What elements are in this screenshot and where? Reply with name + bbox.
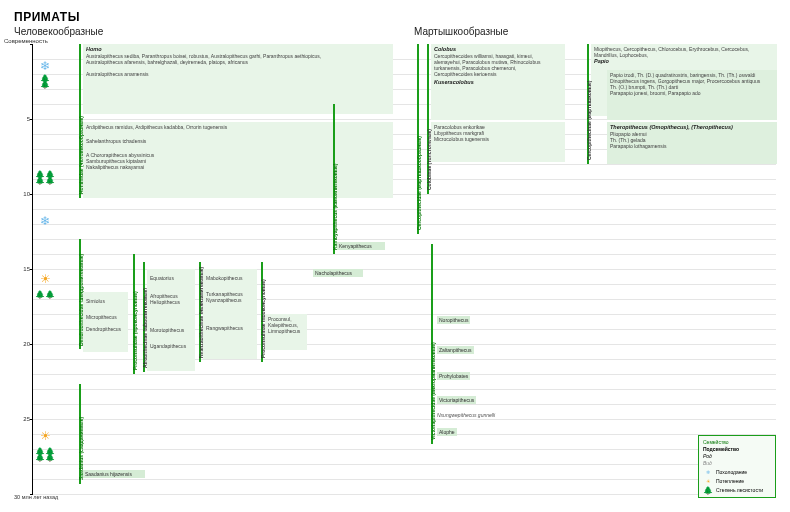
taxon-text: Simiolus bbox=[86, 298, 125, 304]
afropith-block: Equatorius Afropithecus Heliopithecus Mo… bbox=[147, 269, 195, 371]
sun-icon: ☀ bbox=[35, 429, 55, 443]
taxon-text: Morotopithecus bbox=[150, 327, 192, 333]
proconsul-vlabel: Proconsulidae (проконсуловые) bbox=[132, 291, 138, 370]
taxon-text: Australopithecus anamensis bbox=[86, 71, 390, 77]
kenya-block: Kenyapithecus bbox=[337, 242, 385, 250]
taxon-text: Limnopithecus bbox=[268, 328, 304, 334]
noropith-block: Noropithecus bbox=[437, 316, 470, 324]
taxon-text: Equatorius bbox=[150, 275, 192, 281]
taxon-text: Mabokopithecus bbox=[206, 275, 254, 281]
zaltan-block: Zaltanpithecus bbox=[437, 346, 474, 354]
proconsulinae-block: Proconsul, Kalepithecus, Limnopithecus bbox=[265, 314, 307, 350]
snowflake-icon: ❄ bbox=[703, 469, 713, 476]
yaxis-tick-20: 20 bbox=[4, 341, 30, 347]
taxon-text: Miopithecus, Cercopithecus, Chlorocebus,… bbox=[594, 46, 774, 58]
tree-icon: 🌲🌲🌲🌲 bbox=[35, 449, 55, 461]
taxon-text: Dendropithecus bbox=[86, 326, 125, 332]
yaxis-tick-15: 15 bbox=[4, 266, 30, 272]
snowflake-icon: ❄ bbox=[35, 214, 55, 228]
taxon-text: Sahelanthropus tchadensis bbox=[86, 138, 390, 144]
cercopithecinae-vlabel: Cercopithecinae (мартышковые) bbox=[586, 80, 592, 160]
legend-species: Вид bbox=[703, 460, 771, 467]
taxon-text: Parapapio jonesi, broomi, Parapapio ado bbox=[610, 90, 774, 96]
cercopith-vlabel: Cercopithecidae (мартышкообразные) bbox=[416, 136, 422, 230]
tree-icon: 🌲 bbox=[703, 488, 713, 494]
subtitle-left: Человекообразные bbox=[14, 26, 414, 37]
colobinae-vlabel: Colobinae (толстотелые) bbox=[426, 129, 432, 190]
subtitle-right: Мартышкообразные bbox=[414, 26, 508, 37]
taxon-text: Ardipithecus ramidus, Ardipithecus kadab… bbox=[86, 124, 390, 130]
yaxis-label-bottom: 30 млн лет назад bbox=[14, 494, 58, 500]
yaxis-tick-10: 10 bbox=[4, 191, 30, 197]
yaxis-label-top: Современность bbox=[4, 38, 64, 44]
taxon-text: Nakalipithecus nakayamai bbox=[86, 164, 390, 170]
snowflake-icon: ❄ bbox=[35, 59, 55, 73]
taxon-text: Parapapio lothagamensis bbox=[610, 143, 774, 149]
legend-warming: Потепление bbox=[716, 478, 744, 485]
legend-cooling: Похолодание bbox=[716, 469, 747, 476]
legend-box: Семейство Подсемейство Род Вид ❄Похолода… bbox=[698, 435, 776, 498]
colobus-label: Colobus bbox=[434, 46, 562, 53]
climate-column: ❄ 🌲🌲 🌲🌲🌲🌲 ❄ ☀ 🌲🌲 ☀ 🌲🌲🌲🌲 bbox=[35, 44, 55, 494]
yaxis-tick-5: 5 bbox=[4, 116, 30, 122]
legend-subfamily: Подсемейство bbox=[703, 446, 771, 453]
page-title: ПРИМАТЫ bbox=[14, 10, 776, 24]
hominidae-block: Homo Australopithecus sediba, Paranthrop… bbox=[83, 44, 393, 114]
legend-family: Семейство bbox=[703, 439, 771, 446]
taxon-text: Nyanzapithecus bbox=[206, 297, 254, 303]
homo-label: Homo bbox=[86, 46, 390, 53]
papio-label: Papio bbox=[594, 58, 774, 65]
legend-forest: Степень лесистости bbox=[716, 487, 763, 494]
kamoya-vlabel: Kamoyapithecus (камояпитековые) bbox=[332, 164, 338, 251]
dendro-block: Simiolus Micropithecus Dendropithecus bbox=[83, 292, 128, 352]
nachola-block: Nacholapithecus bbox=[313, 269, 363, 277]
saadanius-block: Saadanius hijazensis bbox=[83, 470, 145, 478]
victoria-block: Victoriapithecus bbox=[437, 396, 476, 404]
sun-icon: ☀ bbox=[703, 478, 713, 485]
tree-icon: 🌲🌲 bbox=[35, 76, 55, 88]
thero-label: Theropithecus (Omopithecus), (Theropithe… bbox=[610, 124, 774, 131]
taxon-text: Cercopithecoides kerioensis bbox=[434, 71, 562, 77]
thero-block: Papio izodi, Th. (D.) quadratirostris, b… bbox=[607, 70, 777, 120]
prohylo-block: Prohylobates bbox=[437, 372, 470, 380]
victoria-vlabel: Victoriapithecidae (викториапитековые) bbox=[430, 342, 436, 440]
kusera-label: Kuseracolobus bbox=[434, 79, 562, 86]
colobus-block: Colobus Cercopithecoides williamsi, haas… bbox=[431, 44, 565, 120]
timeline-chart: ❄ 🌲🌲 🌲🌲🌲🌲 ❄ ☀ 🌲🌲 ☀ 🌲🌲🌲🌲 Homo Australopit… bbox=[32, 44, 776, 494]
taxon-text: Ugandapithecus bbox=[150, 343, 192, 349]
alophe-block: Alophe bbox=[437, 428, 457, 436]
thero-block2: Theropithecus (Omopithecus), (Theropithe… bbox=[607, 122, 777, 164]
nsungwe-text: Nsungwepithecus gunnelli bbox=[437, 412, 495, 418]
taxon-text: Australopithecus afarensis, bahrelghazal… bbox=[86, 59, 390, 65]
hominidae-vlabel: Hominidae (человекообразные) bbox=[78, 116, 84, 194]
legend-genus: Род bbox=[703, 453, 771, 460]
tree-icon: 🌲🌲 bbox=[35, 292, 55, 298]
taxon-text: Microcolobus tugenensis bbox=[434, 136, 562, 142]
taxon-text: Heliopithecus bbox=[150, 299, 192, 305]
sun-icon: ☀ bbox=[35, 272, 55, 286]
colobus-block2: Paracolobus enkorikae Libypithecus markg… bbox=[431, 122, 565, 162]
hominidae-block2: Ardipithecus ramidus, Ardipithecus kadab… bbox=[83, 122, 393, 198]
yaxis-tick-25: 25 bbox=[4, 416, 30, 422]
taxon-text: Rangwapithecus bbox=[206, 325, 254, 331]
tree-icon: 🌲🌲🌲🌲 bbox=[35, 172, 55, 184]
nyanza-block: Mabokopithecus Turkanapithecus Nyanzapit… bbox=[203, 269, 257, 359]
taxon-text: Micropithecus bbox=[86, 314, 125, 320]
